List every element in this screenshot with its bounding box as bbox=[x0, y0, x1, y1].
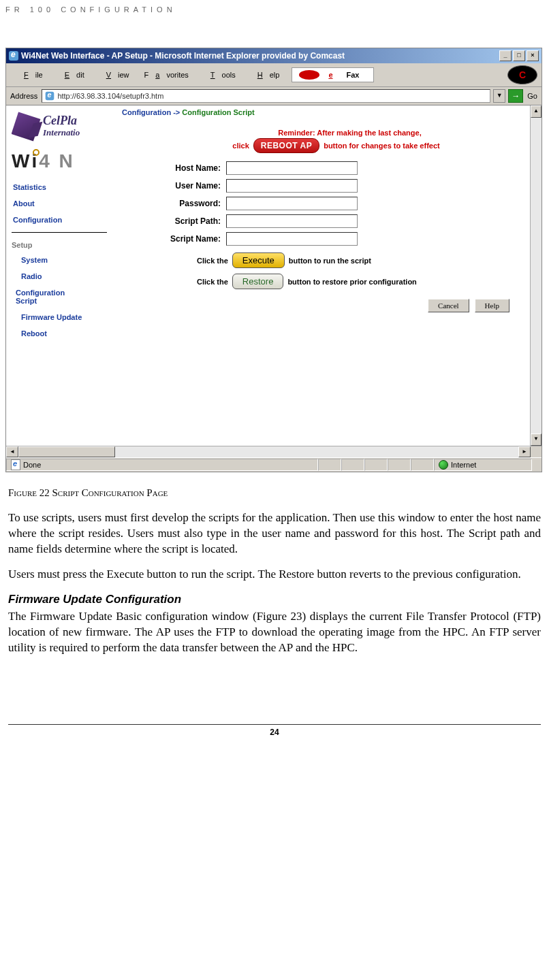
status-bar: Done Internet bbox=[6, 457, 542, 472]
sidebar: CelPla Internatio W4 N Statistics About … bbox=[6, 105, 119, 446]
reboot-ap-button[interactable]: REBOOT AP bbox=[253, 138, 319, 153]
address-url: http://63.98.33.104/setupfr3.htm bbox=[57, 92, 163, 100]
menu-tools[interactable]: Tools bbox=[197, 69, 242, 80]
section-heading: Firmware Update Configuration bbox=[8, 592, 541, 608]
execute-row: Click the Execute button to run the scri… bbox=[122, 252, 523, 268]
menu-edit[interactable]: Edit bbox=[51, 69, 91, 80]
nav-statistics[interactable]: Statistics bbox=[12, 179, 119, 195]
document-icon bbox=[11, 459, 20, 470]
user-input[interactable] bbox=[226, 179, 358, 193]
go-button[interactable]: → bbox=[508, 89, 523, 103]
doc-paragraph-2: Users must press the Execute button to r… bbox=[8, 567, 541, 583]
scroll-right-icon[interactable]: ► bbox=[518, 446, 531, 457]
celplan-cube-icon bbox=[12, 112, 40, 142]
page-icon bbox=[46, 92, 54, 101]
user-label: User Name: bbox=[122, 181, 226, 191]
script-path-label: Script Path: bbox=[122, 216, 226, 226]
address-input-wrap[interactable]: http://63.98.33.104/setupfr3.htm bbox=[42, 89, 490, 103]
nav-firmware[interactable]: Firmware Update bbox=[12, 309, 119, 325]
browser-window: Wi4Net Web Interface - AP Setup - Micros… bbox=[5, 48, 542, 472]
maximize-button[interactable]: □ bbox=[513, 50, 525, 61]
password-input[interactable] bbox=[226, 197, 358, 210]
help-button[interactable]: Help bbox=[475, 299, 509, 312]
address-dropdown[interactable]: ▼ bbox=[493, 89, 505, 103]
scroll-up-icon[interactable]: ▲ bbox=[531, 105, 542, 118]
script-path-input[interactable] bbox=[226, 214, 358, 228]
efax-dot-icon bbox=[299, 70, 319, 80]
nav-separator bbox=[12, 232, 107, 233]
go-label: Go bbox=[526, 92, 537, 100]
menu-help[interactable]: Help bbox=[244, 69, 287, 80]
doc-paragraph-1: To use scripts, users must first develop… bbox=[8, 510, 541, 557]
reminder-line1: Reminder: After making the last change, bbox=[122, 129, 523, 137]
running-header: FR 100 CONFIGURATION bbox=[0, 0, 549, 14]
menu-file[interactable]: File bbox=[10, 69, 50, 80]
address-label: Address bbox=[10, 92, 39, 100]
celplan-text: CelPla bbox=[43, 114, 77, 128]
nav-radio[interactable]: Radio bbox=[12, 268, 119, 284]
vertical-scrollbar[interactable]: ▲ ▼ bbox=[530, 105, 542, 446]
comcast-badge-icon: C bbox=[507, 65, 537, 84]
doc-paragraph-3: The Firmware Update Basic configuration … bbox=[8, 609, 541, 656]
document-body: Figure 22 Script Configuration Page To u… bbox=[0, 486, 549, 656]
nav-about[interactable]: About bbox=[12, 195, 119, 212]
nav-setup[interactable]: Setup bbox=[12, 238, 119, 252]
address-bar: Address http://63.98.33.104/setupfr3.htm… bbox=[6, 87, 542, 105]
scroll-down-icon[interactable]: ▼ bbox=[531, 434, 542, 446]
script-name-label: Script Name: bbox=[122, 234, 226, 244]
window-title: Wi4Net Web Interface - AP Setup - Micros… bbox=[21, 51, 345, 61]
restore-row: Click the Restore button to restore prio… bbox=[122, 274, 523, 289]
host-input[interactable] bbox=[226, 161, 358, 175]
logo-area: CelPla Internatio W4 N bbox=[12, 111, 119, 179]
title-bar: Wi4Net Web Interface - AP Setup - Micros… bbox=[6, 48, 542, 63]
scroll-left-icon[interactable]: ◄ bbox=[6, 446, 18, 457]
wi4net-logo: W4 N bbox=[12, 150, 75, 172]
host-label: Host Name: bbox=[122, 163, 226, 173]
close-button[interactable]: × bbox=[527, 50, 539, 61]
menu-view[interactable]: View bbox=[93, 69, 136, 80]
nav-system[interactable]: System bbox=[12, 252, 119, 268]
nav-configuration[interactable]: Configuration bbox=[12, 212, 119, 228]
password-label: Password: bbox=[122, 199, 226, 208]
main-panel: Configuration -> Configuration Script Re… bbox=[119, 105, 530, 446]
wifi-icon bbox=[31, 150, 39, 172]
ie-icon bbox=[9, 51, 18, 61]
restore-button[interactable]: Restore bbox=[232, 274, 284, 289]
breadcrumb: Configuration -> Configuration Script bbox=[122, 108, 523, 129]
status-text: Done bbox=[23, 461, 41, 469]
reminder-line2: click REBOOT AP button for changes to ta… bbox=[122, 138, 523, 153]
horizontal-scrollbar[interactable]: ◄ ► bbox=[6, 446, 542, 457]
page-number: 24 bbox=[8, 724, 541, 737]
globe-icon bbox=[439, 460, 448, 470]
zone-text: Internet bbox=[451, 461, 476, 469]
efax-button[interactable]: eFax bbox=[292, 67, 373, 82]
execute-button[interactable]: Execute bbox=[232, 252, 285, 268]
celplan-subtext: Internatio bbox=[43, 127, 80, 138]
scroll-thumb[interactable] bbox=[18, 446, 115, 457]
figure-caption: Figure 22 Script Configuration Page bbox=[8, 486, 541, 500]
script-name-input[interactable] bbox=[226, 232, 358, 246]
nav-config-script[interactable]: ConfigurationScript bbox=[12, 284, 119, 309]
nav-reboot[interactable]: Reboot bbox=[12, 325, 119, 342]
menu-favorites[interactable]: Favorites bbox=[138, 69, 195, 80]
menu-bar: File Edit View Favorites Tools Help eFax… bbox=[6, 63, 542, 87]
cancel-button[interactable]: Cancel bbox=[428, 299, 469, 312]
minimize-button[interactable]: _ bbox=[499, 50, 512, 61]
